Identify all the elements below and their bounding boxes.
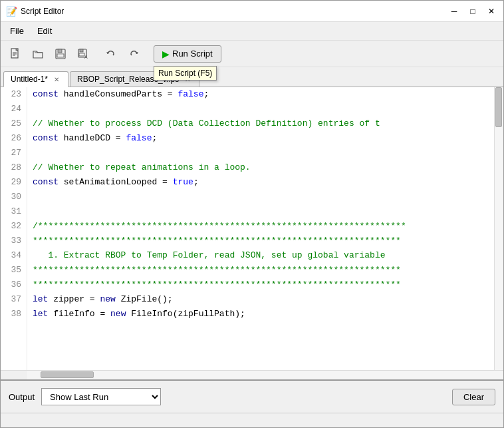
- save-as-icon: A: [77, 48, 89, 60]
- kw-token: new: [110, 309, 126, 319]
- line-number: 25: [6, 116, 21, 131]
- script-editor-window: 📝 Script Editor ─ □ ✕ File Edit: [0, 0, 504, 428]
- horizontal-scrollbar[interactable]: [1, 370, 503, 379]
- line-numbers: 23242526272829303132333435363738: [1, 87, 27, 370]
- code-line: const setAnimationLooped = true;: [33, 175, 489, 190]
- line-number: 29: [6, 175, 21, 190]
- code-line: [33, 190, 489, 204]
- tabs-bar: Untitled-1* ✕ RBOP_Script_Release_v..ps …: [1, 67, 503, 87]
- menu-file[interactable]: File: [3, 23, 31, 39]
- svg-rect-8: [80, 49, 83, 52]
- line-number: 36: [6, 278, 21, 292]
- code-line: // Whether to repeat animations in a loo…: [33, 160, 489, 175]
- cm-token: ****************************************…: [33, 265, 401, 275]
- open-file-button[interactable]: [27, 45, 49, 63]
- window-title: Script Editor: [21, 7, 447, 16]
- line-number: 37: [6, 292, 21, 307]
- line-number: 33: [6, 234, 21, 248]
- close-button[interactable]: ✕: [485, 5, 498, 18]
- clear-button[interactable]: Clear: [452, 389, 495, 405]
- minimize-button[interactable]: ─: [447, 5, 461, 18]
- line-number: 28: [6, 160, 21, 175]
- plain-token: handleConsumedParts =: [59, 89, 178, 99]
- toolbar: A ▶ Run Script Run Script (F5): [1, 41, 503, 67]
- code-line: const handleDCD = false;: [33, 131, 489, 146]
- new-file-button[interactable]: [5, 45, 26, 63]
- app-icon: 📝: [6, 6, 17, 17]
- svg-rect-5: [58, 49, 62, 53]
- code-area: 23242526272829303132333435363738 const h…: [1, 87, 503, 379]
- open-file-icon: [32, 48, 44, 60]
- code-line: [33, 102, 489, 116]
- line-number: 32: [6, 219, 21, 234]
- cm-token: ****************************************…: [33, 236, 401, 246]
- scrollbar-h-thumb[interactable]: [41, 371, 94, 378]
- kw-token: const: [33, 133, 59, 143]
- kw-token: let: [33, 294, 48, 304]
- line-number: 30: [6, 190, 21, 204]
- plain-token: ;: [193, 177, 199, 187]
- code-content[interactable]: const handleConsumedParts = false; // Wh…: [27, 87, 494, 370]
- run-tooltip: Run Script (F5): [154, 66, 217, 81]
- val-false-token: false: [178, 89, 203, 99]
- vertical-scrollbar[interactable]: [494, 87, 503, 370]
- code-line: ****************************************…: [33, 263, 489, 278]
- kw-token: const: [33, 177, 59, 187]
- new-file-icon: [9, 48, 21, 60]
- code-line: ****************************************…: [33, 234, 489, 248]
- code-scroll: 23242526272829303132333435363738 const h…: [1, 87, 503, 370]
- code-line: ****************************************…: [33, 278, 489, 292]
- code-line: let fileInfo = new FileInfo(zipFullPath)…: [33, 307, 489, 321]
- run-label: Run Script: [172, 49, 213, 59]
- undo-button[interactable]: [100, 45, 122, 63]
- code-line: [33, 146, 489, 160]
- plain-token: ;: [152, 133, 157, 143]
- tab-untitled[interactable]: Untitled-1* ✕: [3, 71, 68, 87]
- cm-token: // Whether to repeat animations in a loo…: [33, 162, 251, 172]
- svg-rect-6: [57, 54, 64, 57]
- plain-token: zipper =: [48, 294, 100, 304]
- code-line: const handleConsumedParts = false;: [33, 87, 489, 102]
- line-number: 27: [6, 146, 21, 160]
- redo-icon: [128, 48, 140, 60]
- output-label: Output: [9, 392, 35, 402]
- line-number: 26: [6, 131, 21, 146]
- redo-button[interactable]: [123, 45, 144, 63]
- save-button[interactable]: [50, 45, 71, 63]
- svg-rect-9: [79, 53, 84, 56]
- line-number: 35: [6, 263, 21, 278]
- code-line: // Whether to process DCD (Data Collecti…: [33, 116, 489, 131]
- code-line: [33, 204, 489, 219]
- title-bar: 📝 Script Editor ─ □ ✕: [1, 1, 503, 22]
- cm-token: // Whether to process DCD (Data Collecti…: [33, 118, 380, 128]
- line-number: 23: [6, 87, 21, 102]
- cm-token: ****************************************…: [33, 280, 401, 290]
- window-controls: ─ □ ✕: [447, 5, 498, 18]
- plain-token: setAnimationLooped =: [59, 177, 173, 187]
- play-icon: ▶: [162, 49, 170, 59]
- plain-token: fileInfo =: [48, 309, 110, 319]
- scrollbar-v-thumb[interactable]: [495, 87, 502, 127]
- plain-token: ZipFile();: [116, 294, 173, 304]
- cm-token: /***************************************…: [33, 221, 406, 231]
- menu-bar: File Edit: [1, 22, 503, 41]
- plain-token: handleDCD =: [59, 133, 126, 143]
- run-script-button[interactable]: ▶ Run Script: [154, 45, 221, 63]
- svg-text:A: A: [84, 55, 88, 59]
- line-number: 24: [6, 102, 21, 116]
- menu-edit[interactable]: Edit: [31, 23, 59, 39]
- output-select[interactable]: Show Last Run Show All Clear: [41, 388, 161, 405]
- maximize-button[interactable]: □: [466, 5, 479, 18]
- output-bar: Output Show Last Run Show All Clear Clea…: [1, 379, 503, 413]
- code-line: 1. Extract RBOP to Temp Folder, read JSO…: [33, 248, 489, 263]
- scrollbar-h-track[interactable]: [27, 371, 503, 379]
- status-bar: [1, 413, 503, 427]
- plain-token: ;: [203, 89, 209, 99]
- save-as-button[interactable]: A: [72, 45, 94, 63]
- plain-token: FileInfo(zipFullPath);: [126, 309, 245, 319]
- line-number: 31: [6, 204, 21, 219]
- code-line: /***************************************…: [33, 219, 489, 234]
- scrollbar-v-track[interactable]: [495, 87, 503, 370]
- kw-token: const: [33, 89, 59, 99]
- tab-untitled-close[interactable]: ✕: [52, 75, 61, 84]
